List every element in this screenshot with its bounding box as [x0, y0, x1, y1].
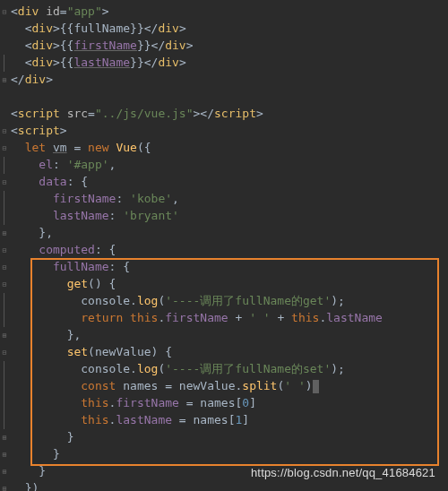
fold-gutter-icon	[0, 378, 9, 395]
fold-gutter-icon	[0, 208, 9, 225]
fold-gutter-icon[interactable]	[0, 75, 9, 86]
code-text: <script>	[9, 123, 67, 140]
code-text: data: {	[9, 174, 88, 191]
code-text: },	[9, 225, 53, 242]
code-text: <div id="app">	[9, 4, 109, 21]
code-text: fullName: {	[9, 259, 130, 276]
fold-gutter-icon	[0, 310, 9, 327]
fold-gutter-icon[interactable]	[0, 177, 9, 188]
code-text: return this.firstName + ' ' + this.lastN…	[9, 310, 383, 327]
code-line[interactable]: el: '#app',	[0, 157, 448, 174]
code-text: console.log('----调用了fullName的set');	[9, 361, 345, 378]
fold-gutter-icon[interactable]	[0, 228, 9, 239]
code-text: firstName: 'kobe',	[9, 191, 179, 208]
fold-gutter-icon[interactable]	[0, 484, 9, 491]
code-text: }	[9, 429, 73, 446]
code-line[interactable]: get() {	[0, 276, 448, 293]
code-line[interactable]: <script src="../js/vue.js"></script>	[0, 106, 448, 123]
code-line[interactable]: return this.firstName + ' ' + this.lastN…	[0, 310, 448, 327]
code-text: const names = newValue.split(' ')	[9, 378, 319, 395]
code-line[interactable]: console.log('----调用了fullName的set');	[0, 361, 448, 378]
code-text: }	[9, 446, 60, 463]
code-line[interactable]: <script>	[0, 123, 448, 140]
fold-gutter-icon	[0, 395, 9, 412]
code-line[interactable]: <div>{{lastName}}</div>	[0, 55, 448, 72]
code-text: console.log('----调用了fullName的get');	[9, 293, 345, 310]
code-text: el: '#app',	[9, 157, 116, 174]
code-text: <div>{{lastName}}</div>	[9, 55, 186, 72]
code-line[interactable]: console.log('----调用了fullName的get');	[0, 293, 448, 310]
fold-gutter-icon	[0, 293, 9, 310]
code-line[interactable]: }	[0, 429, 448, 446]
fold-gutter-icon[interactable]	[0, 126, 9, 137]
code-editor[interactable]: <div id="app"> <div>{{fullName}}</div> <…	[0, 0, 448, 491]
fold-gutter-icon[interactable]	[0, 433, 9, 444]
code-line[interactable]	[0, 89, 448, 106]
code-text: }	[9, 463, 46, 480]
code-text: },	[9, 327, 81, 344]
code-line[interactable]: <div>{{fullName}}</div>	[0, 21, 448, 38]
fold-gutter-icon[interactable]	[0, 246, 9, 256]
code-text: set(newValue) {	[9, 344, 172, 361]
code-line[interactable]: }	[0, 446, 448, 463]
fold-gutter-icon	[0, 361, 9, 378]
code-text: </div>	[9, 72, 53, 89]
code-text: let vm = new Vue({	[9, 140, 151, 157]
code-text: <script src="../js/vue.js"></script>	[9, 106, 263, 123]
watermark: https://blog.csdn.net/qq_41684621	[251, 465, 435, 482]
code-line[interactable]: this.firstName = names[0]	[0, 395, 448, 412]
code-line[interactable]: let vm = new Vue({	[0, 140, 448, 157]
fold-gutter-icon	[0, 191, 9, 208]
fold-gutter-icon[interactable]	[0, 143, 9, 154]
code-text: get() {	[9, 276, 116, 293]
code-line[interactable]: set(newValue) {	[0, 344, 448, 361]
code-text: <div>{{firstName}}</div>	[9, 38, 194, 55]
fold-gutter-icon	[0, 55, 9, 72]
code-line[interactable]: this.lastName = names[1]	[0, 412, 448, 429]
fold-gutter-icon	[0, 157, 9, 174]
code-line[interactable]: computed: {	[0, 242, 448, 259]
code-line[interactable]: const names = newValue.split(' ')	[0, 378, 448, 395]
code-line[interactable]: <div id="app">	[0, 4, 448, 21]
fold-gutter-icon[interactable]	[0, 331, 9, 341]
code-text: lastName: 'bryant'	[9, 208, 179, 225]
fold-gutter-icon[interactable]	[0, 7, 9, 18]
code-text: })	[9, 480, 39, 491]
fold-gutter-icon[interactable]	[0, 263, 9, 273]
fold-gutter-icon[interactable]	[0, 348, 9, 358]
fold-gutter-icon	[0, 412, 9, 429]
fold-gutter-icon[interactable]	[0, 467, 9, 478]
code-line[interactable]: </div>	[0, 72, 448, 89]
code-line[interactable]: firstName: 'kobe',	[0, 191, 448, 208]
code-line[interactable]: },	[0, 327, 448, 344]
code-text: computed: {	[9, 242, 116, 259]
code-line[interactable]: },	[0, 225, 448, 242]
fold-gutter-icon[interactable]	[0, 280, 9, 290]
code-line[interactable]: data: {	[0, 174, 448, 191]
code-text: <div>{{fullName}}</div>	[9, 21, 186, 38]
code-text: this.firstName = names[0]	[9, 395, 256, 412]
fold-gutter-icon[interactable]	[0, 450, 9, 461]
code-line[interactable]: fullName: {	[0, 259, 448, 276]
code-line[interactable]: <div>{{firstName}}</div>	[0, 38, 448, 55]
code-line[interactable]: lastName: 'bryant'	[0, 208, 448, 225]
code-text: this.lastName = names[1]	[9, 412, 249, 429]
